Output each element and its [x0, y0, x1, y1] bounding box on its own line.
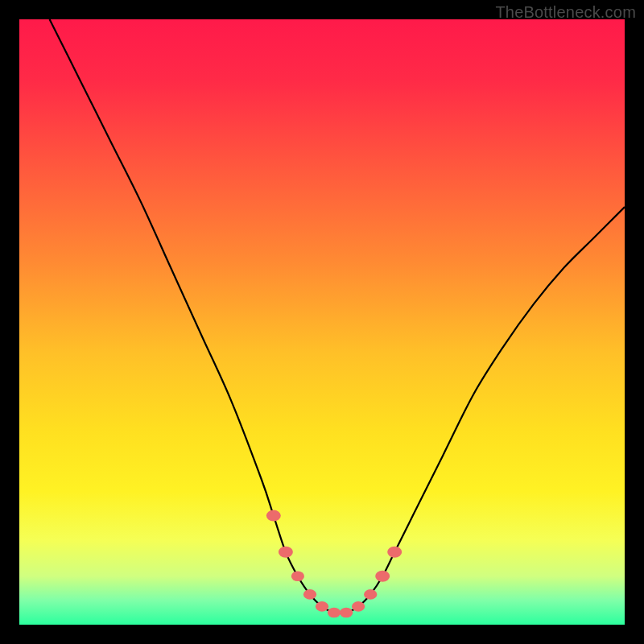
curve-marker	[279, 547, 293, 558]
chart-frame: TheBottleneck.com	[0, 0, 644, 644]
curve-marker	[375, 571, 390, 582]
curve-marker	[352, 601, 365, 612]
curve-layer	[19, 19, 625, 625]
marker-group	[266, 510, 402, 618]
curve-marker	[328, 608, 341, 618]
bottleneck-curve	[50, 19, 625, 613]
curve-marker	[387, 547, 402, 558]
curve-marker	[316, 601, 328, 612]
watermark-text: TheBottleneck.com	[495, 3, 636, 22]
curve-marker	[291, 572, 304, 582]
curve-marker	[340, 608, 353, 618]
plot-area	[19, 19, 625, 625]
curve-marker	[364, 589, 377, 600]
curve-marker	[303, 589, 316, 600]
curve-marker	[266, 510, 281, 522]
